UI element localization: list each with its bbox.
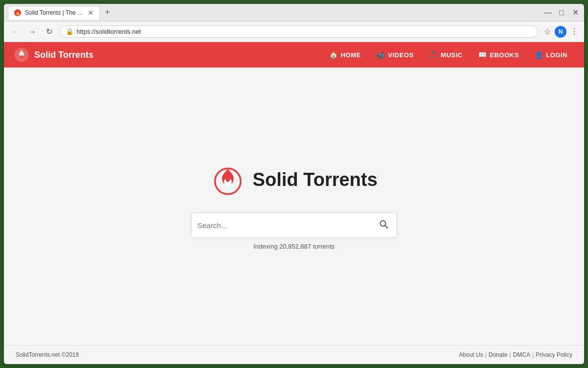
footer-about-link[interactable]: About Us	[459, 351, 483, 358]
footer-privacy-link[interactable]: Privacy Policy	[536, 351, 572, 358]
videos-icon: 📹	[376, 51, 385, 59]
bookmark-button[interactable]: ☆	[542, 25, 553, 38]
music-icon: 🎵	[429, 51, 438, 59]
address-bar[interactable]	[76, 28, 532, 35]
footer-dmca-link[interactable]: DMCA	[513, 351, 530, 358]
nav-videos[interactable]: 📹 VIDEOS	[369, 47, 420, 63]
tab-close-button[interactable]: ✕	[88, 9, 94, 17]
search-container	[191, 212, 397, 238]
browser-tab[interactable]: 🔥 Solid Torrents | The best Torrent ✕	[8, 6, 100, 20]
close-button[interactable]: ✕	[570, 8, 580, 18]
back-button[interactable]: ←	[8, 25, 22, 38]
maximize-button[interactable]: □	[557, 8, 566, 18]
ebooks-icon: 📖	[478, 51, 487, 59]
toolbar-right: ☆ N ⋮	[542, 25, 580, 38]
svg-line-3	[385, 226, 388, 228]
nav-home[interactable]: 🏠 HOME	[322, 47, 368, 63]
forward-button[interactable]: →	[25, 25, 39, 38]
nav-ebooks-label: EBOOKS	[490, 51, 518, 59]
footer-copyright: SolidTorrents.net ©2018	[16, 351, 79, 358]
user-avatar: N	[555, 26, 566, 38]
nav-ebooks[interactable]: 📖 EBOOKS	[471, 47, 526, 63]
site-logo-area: Solid Torrents	[14, 47, 94, 63]
hero-logo-svg	[211, 162, 245, 197]
footer-sep-2: |	[510, 351, 511, 358]
home-icon: 🏠	[329, 51, 338, 59]
new-tab-button[interactable]: +	[102, 6, 113, 19]
nav-links: 🏠 HOME 📹 VIDEOS 🎵 MUSIC 📖 EBOOKS 👤	[322, 47, 574, 63]
window-controls: — □ ✕	[543, 8, 580, 18]
refresh-button[interactable]: ↻	[43, 25, 55, 38]
lock-icon: 🔒	[66, 28, 74, 35]
site-main: Solid Torrents Indexing 20,852,887 torre…	[4, 68, 584, 345]
search-icon	[379, 219, 389, 229]
browser-menu-button[interactable]: ⋮	[568, 25, 580, 38]
hero-site-title: Solid Torrents	[253, 169, 378, 190]
site-footer: SolidTorrents.net ©2018 About Us | Donat…	[4, 345, 584, 364]
login-icon: 👤	[535, 51, 543, 59]
indexing-text: Indexing 20,852,887 torrents	[253, 243, 335, 250]
site-logo-icon	[14, 47, 29, 63]
minimize-button[interactable]: —	[543, 8, 553, 18]
site-navbar: Solid Torrents 🏠 HOME 📹 VIDEOS 🎵 MUSIC 📖	[4, 42, 584, 68]
nav-home-label: HOME	[341, 51, 361, 59]
nav-login[interactable]: 👤 LOGIN	[528, 47, 574, 63]
footer-sep-3: |	[532, 351, 534, 358]
browser-titlebar: 🔥 Solid Torrents | The best Torrent ✕ + …	[4, 4, 584, 22]
tab-bar: 🔥 Solid Torrents | The best Torrent ✕ +	[8, 6, 539, 20]
hero-logo-area: Solid Torrents	[211, 162, 378, 197]
browser-toolbar: ← → ↻ 🔒 ☆ N ⋮	[4, 22, 584, 42]
website-content: Solid Torrents 🏠 HOME 📹 VIDEOS 🎵 MUSIC 📖	[4, 42, 584, 364]
browser-window: 🔥 Solid Torrents | The best Torrent ✕ + …	[4, 4, 584, 364]
search-button[interactable]	[377, 217, 391, 233]
address-bar-container: 🔒	[59, 25, 538, 38]
site-logo-text: Solid Torrents	[34, 50, 94, 60]
nav-login-label: LOGIN	[546, 51, 567, 59]
footer-sep-1: |	[485, 351, 487, 358]
footer-links: About Us | Donate | DMCA | Privacy Polic…	[459, 351, 572, 358]
tab-favicon: 🔥	[14, 9, 21, 16]
nav-music[interactable]: 🎵 MUSIC	[422, 47, 469, 63]
search-input[interactable]	[197, 221, 377, 230]
tab-title: Solid Torrents | The best Torrent	[25, 9, 84, 16]
nav-videos-label: VIDEOS	[388, 51, 414, 59]
nav-music-label: MUSIC	[441, 51, 463, 59]
footer-donate-link[interactable]: Donate	[489, 351, 508, 358]
